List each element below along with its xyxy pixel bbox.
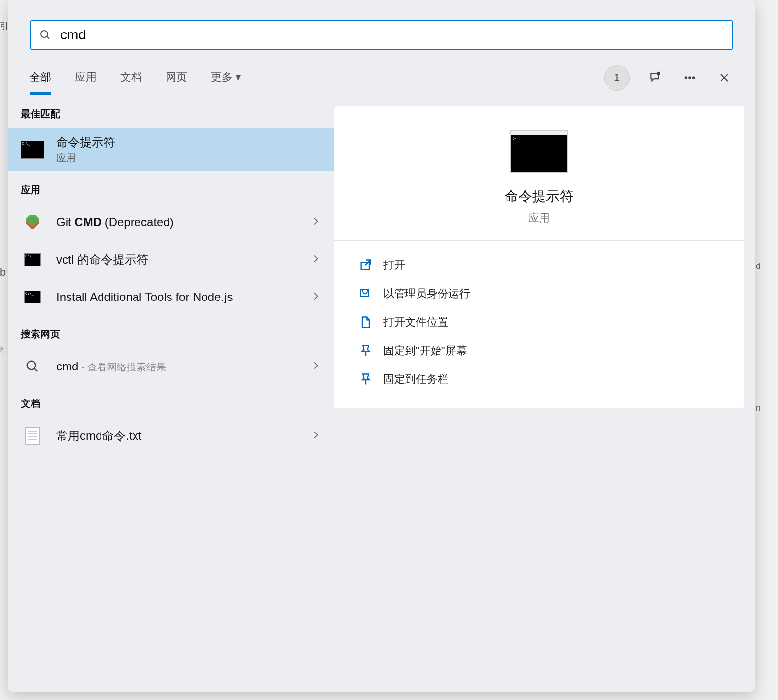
svg-line-1 <box>47 36 49 39</box>
preview-thumbnail <box>510 130 568 173</box>
svg-point-3 <box>685 77 687 78</box>
search-input[interactable]: cmd <box>60 27 716 43</box>
action-open[interactable]: 打开 <box>349 251 729 279</box>
open-icon <box>359 258 372 272</box>
git-icon <box>21 210 44 234</box>
action-label: 打开 <box>383 258 405 272</box>
windows-search-panel: cmd 全部 应用 文档 网页 更多▾ 1 最佳匹配 <box>8 0 755 692</box>
search-icon <box>39 29 51 41</box>
result-app-vctl[interactable]: vctl 的命令提示符 <box>8 241 334 278</box>
cmd-icon <box>21 285 44 309</box>
more-options-icon[interactable] <box>681 69 699 87</box>
preview-column: 命令提示符 应用 打开 以管理员身份运行 打开文件位置 <box>334 96 755 692</box>
chevron-right-icon <box>310 216 321 229</box>
chevron-right-icon <box>310 253 321 266</box>
pin-icon <box>359 372 372 386</box>
preview-title: 命令提示符 <box>505 187 574 206</box>
search-bar[interactable]: cmd <box>30 20 733 50</box>
text-caret <box>723 28 723 42</box>
cmd-icon <box>21 248 44 271</box>
result-title: Install Additional Tools for Node.js <box>56 289 299 305</box>
section-documents: 文档 <box>8 385 334 417</box>
result-title: Git CMD (Deprecated) <box>56 214 299 230</box>
svg-point-10 <box>27 361 36 370</box>
action-label: 固定到任务栏 <box>383 372 448 387</box>
chevron-right-icon <box>310 430 321 442</box>
shield-icon <box>359 287 372 300</box>
result-app-git-cmd[interactable]: Git CMD (Deprecated) <box>8 203 334 241</box>
close-icon[interactable] <box>715 69 733 87</box>
result-title: cmd - 查看网络搜索结果 <box>56 359 299 374</box>
tab-all[interactable]: 全部 <box>30 61 51 95</box>
toolbar: 全部 应用 文档 网页 更多▾ 1 <box>8 60 755 96</box>
svg-rect-12 <box>361 262 369 269</box>
result-app-node-tools[interactable]: Install Additional Tools for Node.js <box>8 278 334 316</box>
action-open-location[interactable]: 打开文件位置 <box>349 308 729 336</box>
svg-point-4 <box>689 77 690 78</box>
pin-icon <box>359 344 372 358</box>
feedback-icon[interactable] <box>646 69 664 87</box>
preview-type: 应用 <box>528 211 550 226</box>
svg-line-11 <box>34 368 37 371</box>
result-web-cmd[interactable]: cmd - 查看网络搜索结果 <box>8 348 334 385</box>
action-pin-taskbar[interactable]: 固定到任务栏 <box>349 365 729 394</box>
document-icon <box>21 424 44 448</box>
section-search-web: 搜索网页 <box>8 316 334 348</box>
result-title: 常用cmd命令.txt <box>56 428 299 444</box>
action-label: 以管理员身份运行 <box>383 286 470 301</box>
action-label: 固定到"开始"屏幕 <box>383 343 467 358</box>
action-run-admin[interactable]: 以管理员身份运行 <box>349 279 729 308</box>
search-icon <box>21 355 44 378</box>
action-pin-start[interactable]: 固定到"开始"屏幕 <box>349 336 729 365</box>
svg-rect-9 <box>25 215 40 228</box>
svg-point-0 <box>41 31 48 37</box>
results-column: 最佳匹配 命令提示符 应用 应用 Git CMD (Deprecated) <box>8 96 334 692</box>
preview-actions: 打开 以管理员身份运行 打开文件位置 固定到"开始"屏幕 <box>349 241 729 394</box>
tab-documents[interactable]: 文档 <box>120 61 142 95</box>
action-label: 打开文件位置 <box>383 315 448 330</box>
filter-tabs: 全部 应用 文档 网页 更多▾ <box>30 61 241 95</box>
chevron-right-icon <box>310 360 321 373</box>
folder-icon <box>359 315 372 329</box>
tab-web[interactable]: 网页 <box>166 61 187 95</box>
rewards-badge[interactable]: 1 <box>604 65 630 91</box>
result-subtitle: 应用 <box>56 151 321 165</box>
chevron-right-icon <box>310 291 321 303</box>
preview-card: 命令提示符 应用 打开 以管理员身份运行 打开文件位置 <box>334 106 744 408</box>
section-best-match: 最佳匹配 <box>8 96 334 128</box>
tab-apps[interactable]: 应用 <box>75 61 97 95</box>
tab-more[interactable]: 更多▾ <box>211 61 241 95</box>
svg-point-5 <box>693 77 694 78</box>
cmd-icon <box>21 138 44 162</box>
section-apps: 应用 <box>8 171 334 203</box>
result-title: vctl 的命令提示符 <box>56 252 299 267</box>
result-title: 命令提示符 <box>56 134 321 150</box>
result-best-match[interactable]: 命令提示符 应用 <box>8 128 334 171</box>
chevron-down-icon: ▾ <box>236 71 241 83</box>
result-document[interactable]: 常用cmd命令.txt <box>8 417 334 455</box>
